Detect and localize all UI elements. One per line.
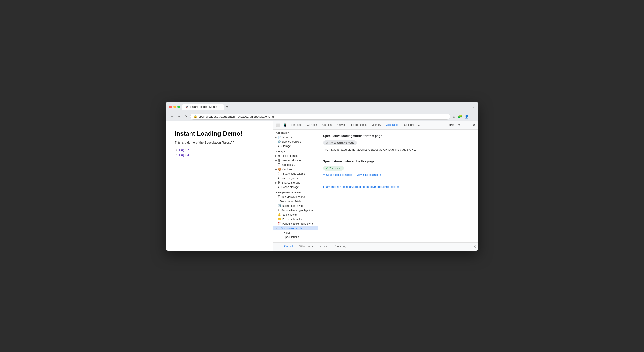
sidebar-item-cookies[interactable]: ▶ 🍪 Cookies: [273, 167, 318, 172]
console-tab-sensors[interactable]: Sensors: [316, 244, 331, 249]
console-tab-console[interactable]: Console: [282, 244, 296, 249]
tab-application[interactable]: Application: [384, 122, 402, 128]
profile-icon[interactable]: 👤: [464, 114, 469, 119]
sidebar-item-rules[interactable]: ↕ Rules: [273, 230, 318, 235]
tab-network[interactable]: Network: [334, 122, 348, 128]
devtools-close-button[interactable]: ✕: [471, 122, 476, 128]
traffic-lights: [169, 105, 180, 108]
sidebar-label-cookies: Cookies: [282, 168, 292, 171]
sidebar-item-shared-storage[interactable]: ▶ 🗄 Shared storage: [273, 180, 318, 185]
maximize-traffic-light[interactable]: [177, 105, 180, 108]
tab-close-button[interactable]: ×: [218, 105, 220, 108]
sidebar-label-local-storage: Local storage: [282, 154, 298, 157]
devtools-main-panel: Speculative loading status for this page…: [318, 130, 478, 243]
sidebar-item-periodic-bg-sync[interactable]: ⏰ Periodic background sync: [273, 222, 318, 226]
sidebar-label-rules: Rules: [284, 231, 290, 234]
tab-console[interactable]: Console: [305, 122, 319, 128]
sidebar-item-private-state-tokens[interactable]: 🗄 Private state tokens: [273, 172, 318, 176]
console-more-icon[interactable]: ⋮: [275, 244, 281, 249]
tab-memory[interactable]: Memory: [369, 122, 384, 128]
sidebar-item-manifest[interactable]: ▶ 📄 Manifest: [273, 135, 318, 139]
rules-icon: ↕: [281, 231, 282, 234]
tab-elements[interactable]: Elements: [289, 122, 304, 128]
extensions-icon[interactable]: 🧩: [458, 114, 462, 119]
sidebar-item-interest-groups[interactable]: 🗄 Interest groups: [273, 176, 318, 180]
sidebar-label-background-sync: Background sync: [282, 204, 302, 207]
page-link-3[interactable]: Page 3: [179, 153, 189, 157]
speculations-icon: ↕: [281, 236, 282, 239]
tab-sources[interactable]: Sources: [320, 122, 334, 128]
more-options-icon[interactable]: ⋮: [471, 114, 475, 119]
devtools-overflow-icon[interactable]: ⋮: [464, 122, 470, 128]
learn-more-link[interactable]: Learn more: Speculative loading on devel…: [323, 185, 399, 189]
sidebar-item-cache-storage[interactable]: 🗄 Cache storage: [273, 185, 318, 189]
storage-section-header: Storage: [273, 148, 318, 154]
tab-title: Instant Loading Demo!: [190, 105, 217, 108]
sidebar-label-service-workers: Service workers: [282, 140, 301, 143]
address-input[interactable]: 🔒 open-chalk-asparagus.glitch.me/page1-u…: [190, 113, 450, 120]
address-text: open-chalk-asparagus.glitch.me/page1-url…: [198, 115, 276, 118]
status-badge: ⊘ No speculative loads: [323, 140, 357, 145]
devtools-settings-icon[interactable]: ⚙: [456, 122, 462, 128]
close-traffic-light[interactable]: [169, 105, 172, 108]
browser-tab[interactable]: 🚀 Instant Loading Demo! ×: [182, 104, 224, 110]
devtools-inspect-icon[interactable]: ⬜: [275, 122, 281, 128]
console-tab-rendering[interactable]: Rendering: [332, 244, 348, 249]
private-state-icon: 🗄: [278, 172, 280, 175]
indexeddb-icon: 🗄: [278, 163, 280, 166]
address-security-icon: 🔒: [194, 115, 197, 118]
sidebar-label-indexeddb: IndexedDB: [281, 163, 294, 166]
sidebar-label-speculative-loads: Speculative loads: [281, 227, 302, 230]
sidebar-item-notifications[interactable]: 🔔 Notifications: [273, 213, 318, 217]
arrow-icon-spec: ▼: [275, 227, 277, 229]
browser-window: 🚀 Instant Loading Demo! × + ⌄ ← → ↻ 🔒 op…: [166, 102, 478, 251]
console-close-button[interactable]: ✕: [473, 245, 476, 249]
tab-performance[interactable]: Performance: [349, 122, 369, 128]
title-bar: 🚀 Instant Loading Demo! × + ⌄: [166, 102, 478, 112]
sidebar-item-indexeddb[interactable]: 🗄 IndexedDB: [273, 163, 318, 167]
page-link-2[interactable]: Page 2: [179, 148, 189, 152]
local-storage-icon: ▦: [278, 154, 280, 157]
sidebar-item-background-fetch[interactable]: ↕ Background fetch: [273, 199, 318, 204]
arrow-icon-ls: ▶: [275, 155, 277, 157]
devtools-device-icon[interactable]: 📱: [282, 122, 288, 128]
tab-security[interactable]: Security: [402, 122, 416, 128]
sidebar-item-background-sync[interactable]: 🔄 Background sync: [273, 204, 318, 208]
sidebar-label-shared-storage: Shared storage: [282, 181, 300, 184]
session-storage-icon: ▦: [278, 159, 280, 162]
sidebar-item-back-forward-cache[interactable]: 🗄 Back/forward cache: [273, 195, 318, 199]
manifest-icon: 📄: [278, 136, 281, 139]
sidebar-item-session-storage[interactable]: ▶ ▦ Session storage: [273, 158, 318, 163]
sidebar-item-payment-handler[interactable]: 💳 Payment handler: [273, 217, 318, 222]
sidebar-item-storage[interactable]: 🗄 Storage: [273, 144, 318, 148]
bounce-tracking-icon: 🗄: [278, 209, 280, 212]
view-all-speculation-rules-link[interactable]: View all speculation rules: [323, 173, 353, 176]
arrow-icon-ss: ▶: [275, 159, 277, 161]
sidebar-item-local-storage[interactable]: ▶ ▦ Local storage: [273, 154, 318, 158]
new-tab-button[interactable]: +: [225, 104, 230, 109]
minimize-traffic-light[interactable]: [173, 105, 176, 108]
sidebar-item-speculative-loads[interactable]: ▼ ↕ Speculative loads: [273, 226, 318, 230]
devtools-more-tabs-button[interactable]: »: [416, 122, 421, 128]
sidebar-label-payment-handler: Payment handler: [282, 218, 302, 221]
background-services-section-header: Background services: [273, 189, 318, 195]
cache-storage-icon: 🗄: [278, 186, 280, 189]
sidebar-label-cache-storage: Cache storage: [281, 186, 299, 189]
reload-button[interactable]: ↻: [184, 114, 188, 119]
console-tab-whats-new[interactable]: What's new: [297, 244, 316, 249]
sidebar-item-bounce-tracking[interactable]: 🗄 Bounce tracking mitigation: [273, 208, 318, 213]
devtools-panel: ⬜ 📱 Elements Console Sources Network Per…: [273, 121, 478, 251]
bookmark-icon[interactable]: ☆: [452, 114, 456, 119]
back-button[interactable]: ←: [169, 114, 174, 119]
page-subtitle: This is a demo of the Speculation Rules …: [174, 141, 264, 144]
sidebar-item-service-workers[interactable]: ⚙️ Service workers: [273, 139, 318, 144]
devtools-toolbar: ⬜ 📱 Elements Console Sources Network Per…: [273, 121, 478, 130]
sidebar-item-speculations[interactable]: ↕ Speculations: [273, 235, 318, 239]
speculative-loads-icon: ↕: [278, 227, 280, 230]
devtools-context-label[interactable]: Main: [448, 124, 454, 127]
arrow-icon-shared: ▶: [275, 182, 277, 184]
forward-button[interactable]: →: [176, 114, 181, 119]
cookies-icon: 🍪: [278, 168, 281, 171]
arrow-icon: ▶: [275, 136, 277, 138]
view-all-speculations-link[interactable]: View all speculations: [356, 173, 382, 176]
